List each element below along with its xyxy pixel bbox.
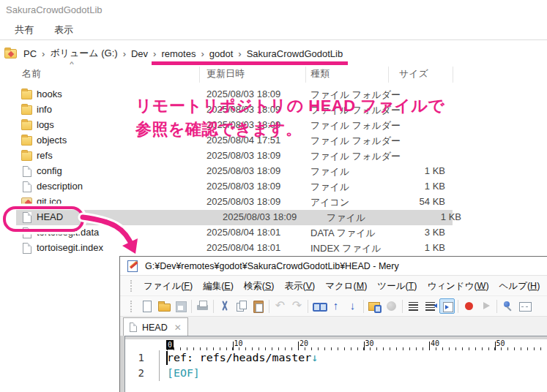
- cell-name: hooks: [37, 88, 62, 99]
- new-file-icon[interactable]: [139, 298, 155, 314]
- breadcrumb-item-Dev[interactable]: Dev: [127, 47, 152, 61]
- file-row-tortoisegit.data[interactable]: tortoisegit.data2025/08/04 18:01DATA ファイ…: [0, 225, 547, 241]
- column-header-size[interactable]: サイズ: [399, 67, 428, 80]
- wrap-window-icon[interactable]: [439, 298, 455, 314]
- explorer-window-title: SakuraCrowdGodotLib: [6, 4, 103, 15]
- menu-マクロ[interactable]: マクロ(M): [320, 278, 372, 295]
- find-next-icon[interactable]: ↓: [345, 298, 360, 314]
- breadcrumb-item-ボリューム (G:)[interactable]: ボリューム (G:): [46, 45, 121, 61]
- menu-ウィンドウ[interactable]: ウィンドウ(W): [422, 278, 494, 295]
- no-wrap-icon[interactable]: [406, 298, 421, 314]
- toolbar-separator: [308, 300, 308, 313]
- column-separator: [199, 67, 200, 83]
- tab-close-icon[interactable]: ✕: [174, 323, 182, 333]
- tab-label: HEAD: [142, 323, 168, 333]
- breadcrumb-pink-underline: [152, 61, 348, 65]
- open-icon[interactable]: [156, 298, 171, 314]
- cell-name: objects: [37, 135, 67, 146]
- find-prev-icon[interactable]: ↑: [328, 298, 343, 314]
- redo-icon[interactable]: ↷: [289, 298, 305, 314]
- play-macro-icon[interactable]: [478, 298, 494, 314]
- line-text: ref: refs/heads/master↓: [167, 350, 318, 366]
- editor-line-1: 1ref: refs/heads/master↓: [125, 350, 547, 366]
- file-row-config[interactable]: config2025/08/03 18:09ファイル1 KB: [0, 164, 547, 179]
- editor-line-2: 2[EOF]: [125, 366, 547, 381]
- mery-menu-bar: ファイル(F)編集(E)検索(S)表示(V)マクロ(M)ツール(T)ウィンドウ(…: [120, 276, 547, 295]
- cell-type: DATA ファイル: [310, 227, 376, 240]
- column-header-date[interactable]: 更新日時: [206, 67, 245, 80]
- text-editing-area[interactable]: 01020304050 1ref: refs/heads/master↓2[EO…: [124, 336, 547, 392]
- column-header-name[interactable]: 名前: [22, 67, 41, 80]
- control-mark: ↓: [311, 351, 318, 364]
- undo-icon[interactable]: ↶: [272, 298, 288, 314]
- breadcrumb-chevron-icon[interactable]: ›: [40, 48, 46, 59]
- toolbar-separator: [458, 300, 458, 313]
- toolbar-separator: [363, 300, 364, 313]
- menu-編集[interactable]: 編集(E): [198, 278, 239, 295]
- save-icon[interactable]: [173, 298, 188, 314]
- breadcrumb-chevron-icon[interactable]: ›: [199, 48, 205, 59]
- menu-検索[interactable]: 検索(S): [239, 278, 280, 295]
- cell-date: 2025/08/04 18:01: [206, 242, 280, 253]
- toolbar-separator: [191, 300, 192, 313]
- breadcrumb-item-PC[interactable]: PC: [20, 47, 40, 61]
- column-header-type[interactable]: 種類: [310, 67, 330, 80]
- web-icon[interactable]: [384, 298, 399, 314]
- editor-lines: 1ref: refs/heads/master↓2[EOF]: [125, 350, 547, 381]
- menu-表示[interactable]: 表示(V): [280, 278, 321, 295]
- toolbar-grip[interactable]: [130, 301, 133, 312]
- sort-ascending-icon: ^: [70, 61, 74, 67]
- cell-type: アイコン: [310, 196, 349, 209]
- print-icon[interactable]: [195, 298, 210, 314]
- ribbon-tab-view[interactable]: 表示: [54, 23, 73, 37]
- breadcrumb-item-godot[interactable]: godot: [206, 47, 237, 61]
- ribbon-tab-share[interactable]: 共有: [15, 23, 34, 37]
- breadcrumb-chevron-icon[interactable]: ›: [122, 48, 127, 59]
- wrap-chars-icon[interactable]: [423, 298, 438, 314]
- cell-type: ファイル: [327, 211, 365, 225]
- mery-tab-bar: HEAD ✕: [120, 316, 547, 336]
- column-ruler: 01020304050: [125, 339, 547, 350]
- cell-name: description: [37, 181, 83, 192]
- cell-date: 2025/08/03 18:09: [206, 150, 280, 161]
- file-row-refs[interactable]: refs2025/08/03 18:09ファイル フォルダー: [0, 148, 547, 164]
- file-row-description[interactable]: description2025/08/03 18:09ファイル1 KB: [0, 179, 547, 195]
- panel-icon[interactable]: [517, 298, 532, 314]
- breadcrumb-item-remotes[interactable]: remotes: [157, 47, 199, 61]
- file-row-git.ico[interactable]: git.ico2025/08/03 18:09アイコン54 KB: [0, 195, 547, 210]
- breadcrumb-chevron-icon[interactable]: ›: [237, 48, 242, 59]
- copy-icon[interactable]: [234, 298, 249, 314]
- menubar-grip[interactable]: [130, 280, 133, 292]
- cell-type: ファイル フォルダー: [310, 150, 401, 163]
- breadcrumb-item-SakuraCrowdGodotLib[interactable]: SakuraCrowdGodotLib: [243, 47, 347, 61]
- file-row-tortoisegit.index[interactable]: tortoisegit.index2025/08/04 18:01INDEX フ…: [0, 241, 547, 256]
- cell-date: 2025/08/04 18:01: [206, 227, 280, 238]
- menu-ヘルプ[interactable]: ヘルプ(H): [494, 278, 546, 295]
- toolbar-separator: [402, 300, 403, 313]
- breadcrumb-chevron-icon[interactable]: ›: [152, 48, 157, 59]
- menu-ファイル[interactable]: ファイル(F): [138, 278, 198, 295]
- pin-icon[interactable]: [500, 298, 516, 314]
- cell-date: 2025/08/03 18:09: [223, 211, 297, 222]
- find-icon[interactable]: [311, 298, 327, 314]
- cell-date: 2025/08/03 18:09: [206, 165, 280, 176]
- line-text: [EOF]: [167, 366, 200, 381]
- breadcrumb: PC›ボリューム (G:)›Dev›remotes›godot›SakuraCr…: [4, 44, 346, 63]
- cell-type: ファイル: [310, 165, 349, 178]
- tab-head[interactable]: HEAD ✕: [123, 317, 188, 336]
- mery-app-icon: [127, 260, 138, 272]
- record-macro-icon[interactable]: [461, 298, 477, 314]
- menu-ツール[interactable]: ツール(T): [372, 278, 422, 295]
- cell-size: 1 KB: [395, 242, 445, 253]
- cut-icon[interactable]: [217, 298, 232, 314]
- find-in-files-icon[interactable]: [367, 298, 382, 314]
- file-icon: [21, 242, 33, 255]
- cell-name: git.ico: [37, 196, 62, 207]
- mery-title-bar[interactable]: G:¥Dev¥remotes¥godot¥SakuraCrowdGodotLib…: [120, 257, 547, 276]
- cell-name: tortoisegit.index: [37, 242, 103, 253]
- folder-icon: [21, 150, 33, 162]
- folder-icon: [21, 119, 33, 132]
- ruler-major-tick: [233, 342, 234, 350]
- ruler-major-tick: [429, 342, 430, 350]
- paste-icon[interactable]: [250, 298, 266, 314]
